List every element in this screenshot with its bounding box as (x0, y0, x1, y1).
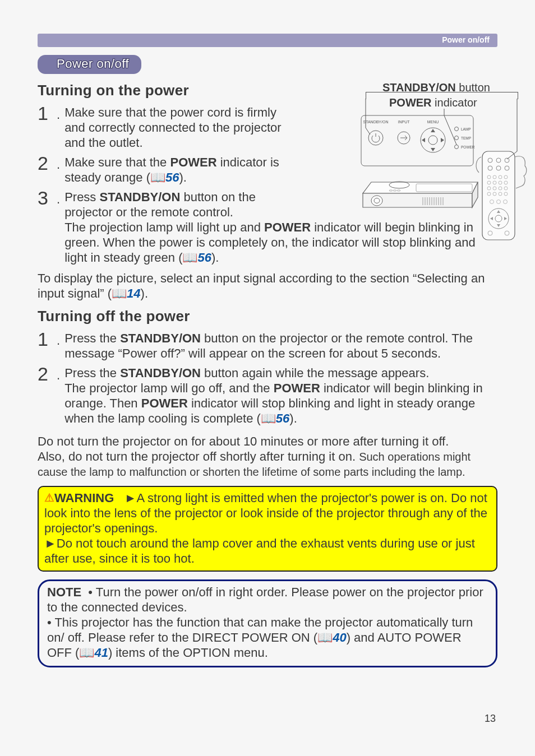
section-header-bar: Power on/off (38, 34, 497, 47)
svg-text:INPUT: INPUT (398, 120, 411, 124)
heading-turning-off: Turning off the power (38, 308, 497, 325)
warning-lead: WARNING (54, 491, 114, 505)
section-pill-label: Power on/off (57, 57, 129, 71)
svg-point-1 (368, 131, 383, 145)
book-icon: 📖 (261, 411, 276, 425)
note-lead: NOTE (47, 585, 81, 599)
svg-point-15 (455, 127, 459, 131)
svg-text:POWER: POWER (461, 145, 475, 149)
section-header-label: Power on/off (442, 35, 490, 44)
book-icon: 📖 (79, 646, 94, 660)
step-body: Make sure that the power cord is firmly … (64, 105, 300, 150)
svg-line-5 (366, 128, 370, 134)
book-icon: 📖 (317, 630, 333, 644)
on-after-paragraph: To display the picture, select an input … (38, 271, 497, 301)
page-ref: 41 (94, 646, 108, 660)
svg-marker-11 (431, 129, 435, 132)
page-ref: 56 (165, 170, 179, 184)
svg-marker-12 (431, 148, 435, 151)
step-number: 1 (38, 331, 57, 347)
projector-svg: STANDBY/ON INPUT MENU LAMP TEMP POWER (360, 84, 534, 263)
svg-point-16 (455, 136, 459, 140)
callout-power-label: POWER indicator (389, 96, 477, 109)
step-number: 3 (38, 189, 57, 206)
svg-text:STANDBY/ON: STANDBY/ON (363, 120, 389, 124)
off-step-2: 2 . Press the STANDBY/ON button again wh… (38, 365, 497, 426)
book-icon: 📖 (150, 170, 165, 184)
step-number: 1 (38, 105, 57, 122)
svg-marker-14 (441, 138, 444, 142)
off-after-paragraph: Do not turn the projector on for about 1… (38, 434, 497, 479)
off-step-1: 1 . Press the STANDBY/ON button on the p… (38, 331, 497, 361)
warning-box: ⚠WARNING ►A strong light is emitted when… (38, 486, 497, 572)
svg-point-17 (455, 145, 459, 149)
step-number: 2 (38, 155, 57, 171)
page-number: 13 (485, 713, 496, 725)
callout-standby-label: STANDBY/ON button (382, 81, 490, 94)
note-box: NOTE • Turn the power on/off in right or… (38, 579, 497, 667)
page-ref: 40 (333, 630, 346, 644)
svg-marker-13 (422, 138, 425, 142)
svg-text:MENU: MENU (427, 120, 439, 124)
page-ref: 14 (127, 286, 140, 300)
svg-text:LAMP: LAMP (461, 127, 471, 131)
page-ref: 56 (276, 411, 289, 425)
svg-point-35 (371, 196, 382, 206)
step-body: Press the STANDBY/ON button again while … (64, 365, 497, 426)
svg-text:TEMP: TEMP (461, 136, 471, 140)
warning-icon: ⚠ (44, 491, 54, 504)
projector-figure: STANDBY/ON button POWER indicator STANDB… (360, 84, 534, 252)
section-pill: Power on/off (38, 55, 141, 74)
book-icon: 📖 (182, 251, 197, 265)
svg-point-10 (428, 136, 437, 145)
step-body: Make sure that the POWER indicator is st… (64, 155, 300, 185)
book-icon: 📖 (112, 286, 127, 300)
page-ref: 56 (197, 251, 211, 265)
step-number: 2 (38, 365, 57, 382)
step-body: Press the STANDBY/ON button on the proje… (64, 331, 497, 361)
